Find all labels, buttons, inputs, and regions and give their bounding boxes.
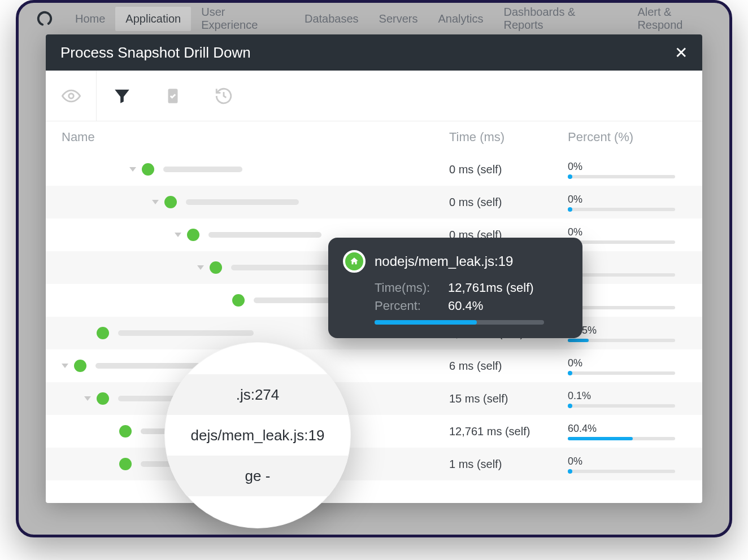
tree-row[interactable]: 6 ms (self)0%: [46, 349, 702, 382]
status-dot-icon: [210, 261, 222, 274]
name-placeholder: [231, 265, 333, 270]
expand-caret-icon[interactable]: [152, 200, 159, 204]
column-time[interactable]: Time (ms): [449, 130, 568, 145]
percent-cell: 0%: [568, 226, 686, 244]
filter-icon[interactable]: [97, 71, 147, 121]
percent-bar: [568, 240, 675, 244]
status-dot-icon: [164, 196, 177, 208]
modal-title: Process Snapshot Drill Down: [60, 44, 251, 62]
tree-row[interactable]: 0 ms (self)0%: [46, 153, 702, 186]
percent-cell: 0%: [568, 456, 686, 473]
process-snapshot-modal: Process Snapshot Drill Down ✕ Name: [46, 34, 702, 503]
time-value: 15 ms (self): [449, 392, 568, 405]
time-value: 1 ms (self): [449, 458, 568, 471]
percent-value: 0%: [568, 226, 686, 238]
tree-row[interactable]: 0 ms (self)0%: [46, 186, 702, 218]
expand-caret-icon[interactable]: [129, 167, 136, 172]
time-value: 12,761 ms (self): [449, 425, 568, 438]
percent-value: 0%: [568, 357, 686, 369]
nav-item[interactable]: User Experience: [191, 0, 294, 37]
percent-value: 0.1%: [568, 390, 686, 402]
visibility-icon[interactable]: [46, 71, 97, 121]
percent-bar: [568, 273, 675, 277]
tooltip-percent-bar: [375, 320, 544, 325]
close-icon[interactable]: ✕: [675, 43, 688, 62]
tooltip-percent-label: Percent:: [375, 299, 448, 313]
status-dot-icon: [187, 229, 199, 241]
percent-bar: [568, 339, 675, 342]
percent-cell: 0%: [568, 161, 686, 178]
percent-cell: 60.4%: [568, 423, 686, 440]
nav-item[interactable]: Databases: [294, 7, 369, 31]
status-dot-icon: [97, 392, 109, 405]
status-dot-icon: [97, 327, 109, 339]
percent-bar: [568, 404, 675, 408]
time-value: 6 ms (self): [449, 360, 568, 373]
name-placeholder: [118, 330, 254, 336]
expand-caret-icon[interactable]: [84, 396, 91, 401]
percent-cell: 0%: [568, 292, 686, 309]
column-name[interactable]: Name: [46, 130, 449, 145]
percent-bar: [568, 470, 675, 473]
clipboard-check-icon[interactable]: [147, 71, 198, 121]
percent-bar: [568, 371, 675, 375]
column-percent[interactable]: Percent (%): [568, 130, 686, 145]
magnifier-line: dejs/mem_leak.js:19: [164, 415, 351, 456]
nav-item[interactable]: Dashboards & Reports: [494, 0, 628, 37]
tooltip-title: nodejs/mem_leak.js:19: [375, 253, 513, 269]
time-value: 0 ms (self): [449, 163, 568, 176]
tree-row[interactable]: 1 ms (self)0%: [46, 448, 702, 480]
percent-bar: [568, 175, 675, 178]
percent-value: 60.4%: [568, 423, 686, 435]
percent-bar: [568, 208, 675, 211]
percent-value: 19.5%: [568, 325, 686, 336]
nav-item[interactable]: Alert & Respond: [627, 0, 729, 37]
nav-item[interactable]: Application: [115, 7, 191, 31]
modal-header: Process Snapshot Drill Down ✕: [46, 34, 702, 71]
home-icon: [343, 250, 366, 273]
tooltip-time-label: Time(ms):: [375, 281, 448, 295]
percent-value: 0%: [568, 161, 686, 173]
status-dot-icon: [232, 294, 245, 307]
expand-caret-icon[interactable]: [197, 265, 204, 270]
percent-cell: 0%: [568, 357, 686, 375]
magnifier-line: ge -: [164, 456, 351, 496]
nav-item[interactable]: Analytics: [428, 7, 494, 31]
nav-item[interactable]: Home: [65, 7, 115, 31]
percent-bar: [568, 306, 675, 309]
percent-value: 0%: [568, 194, 686, 205]
percent-cell: 0.1%: [568, 390, 686, 408]
brand-logo-icon: [37, 11, 53, 27]
name-placeholder: [163, 167, 242, 172]
percent-cell: 0%: [568, 194, 686, 211]
percent-cell: 0%: [568, 259, 686, 277]
tree-row[interactable]: 12,761 ms (self)60.4%: [46, 415, 702, 448]
status-dot-icon: [74, 360, 86, 372]
svg-point-0: [37, 11, 53, 27]
percent-bar: [568, 437, 675, 440]
hover-tooltip: nodejs/mem_leak.js:19 Time(ms): 12,761ms…: [328, 238, 582, 338]
svg-point-1: [68, 93, 73, 98]
modal-toolbar: [46, 71, 702, 121]
percent-value: 0%: [568, 292, 686, 304]
column-headers: Name Time (ms) Percent (%): [46, 121, 702, 153]
top-nav: HomeApplicationUser ExperienceDatabasesS…: [19, 3, 729, 34]
expand-caret-icon[interactable]: [62, 364, 68, 368]
status-dot-icon: [119, 458, 132, 470]
percent-value: 0%: [568, 456, 686, 467]
history-icon[interactable]: [198, 71, 249, 121]
magnifier-line: .js:274: [164, 374, 351, 415]
tree-row-name: [46, 196, 449, 208]
app-window: HomeApplicationUser ExperienceDatabasesS…: [16, 0, 732, 537]
name-placeholder: [186, 199, 299, 205]
tooltip-time-value: 12,761ms (self): [448, 281, 534, 295]
tooltip-percent-value: 60.4%: [448, 299, 483, 313]
magnifier-lens: .js:274 dejs/mem_leak.js:19 ge -: [164, 342, 351, 528]
expand-caret-icon[interactable]: [175, 233, 181, 237]
percent-cell: 19.5%: [568, 325, 686, 342]
tree-row[interactable]: 15 ms (self)0.1%: [46, 382, 702, 415]
nav-item[interactable]: Servers: [369, 7, 428, 31]
percent-value: 0%: [568, 259, 686, 271]
tree-row-name: [46, 163, 449, 176]
status-dot-icon: [142, 163, 154, 176]
